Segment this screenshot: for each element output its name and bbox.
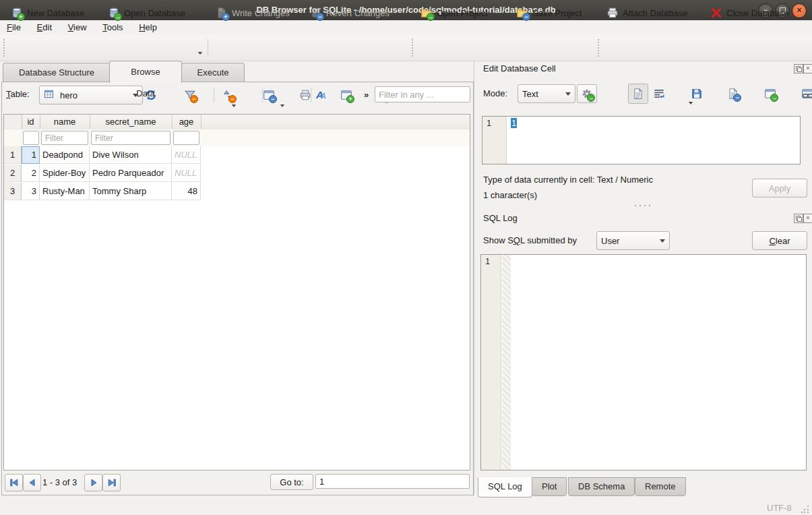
toolbar-handle[interactable] (597, 39, 600, 57)
font-settings-button[interactable]: AA (316, 89, 326, 100)
column-header-id[interactable]: id (22, 115, 40, 129)
cell-secret-name[interactable]: Dive Wilson (90, 146, 172, 164)
menu-tools[interactable]: Tools (96, 20, 129, 34)
column-header-secret-name[interactable]: secret_name (90, 115, 173, 129)
table-icon (44, 89, 56, 101)
insert-record-button[interactable]: + (340, 89, 352, 101)
fold-margin (502, 255, 511, 470)
goto-input[interactable] (315, 474, 470, 489)
row-number[interactable]: 1 (4, 146, 22, 164)
clear-filters-button[interactable]: − (184, 89, 196, 101)
sql-log-editor[interactable]: 1 (480, 254, 807, 471)
insert-record-dropdown-icon[interactable] (280, 104, 284, 109)
import-dropdown-icon[interactable] (689, 102, 693, 107)
word-wrap-button[interactable] (653, 88, 665, 100)
cell-secret-name[interactable]: Pedro Parqueador (90, 164, 172, 182)
last-page-button[interactable] (102, 474, 121, 491)
save-project-button[interactable]: − Save Project (513, 4, 585, 22)
cell-name[interactable]: Rusty-Man (40, 183, 90, 200)
import-data-button[interactable] (691, 88, 703, 100)
filter-any-column-input[interactable] (375, 86, 470, 102)
cell-editor-content[interactable]: 1 (511, 118, 517, 128)
close-panel-icon[interactable]: × (803, 64, 812, 73)
cell-id[interactable]: 1 (22, 146, 40, 164)
float-panel-icon[interactable] (794, 214, 803, 223)
save-project-icon: − (516, 7, 528, 19)
encoding-status[interactable]: UTF-8 (767, 503, 792, 513)
float-panel-icon[interactable] (794, 64, 803, 73)
copy-dropdown-icon[interactable] (232, 104, 236, 109)
new-database-button[interactable]: + New Database (8, 4, 87, 22)
table-selector[interactable]: hero (39, 86, 143, 104)
cell-secret-name[interactable]: Tommy Sharp (90, 183, 172, 200)
mode-label: Mode: (483, 88, 507, 98)
cell-id[interactable]: 3 (22, 183, 40, 200)
open-database-icon: → (108, 7, 120, 19)
menu-help[interactable]: Help (132, 20, 164, 34)
export-data-button[interactable]: − (727, 88, 739, 100)
toolbar-handle[interactable] (3, 39, 5, 57)
clear-sorting-button[interactable]: − (222, 89, 235, 101)
tab-browse-data[interactable]: Browse Data (109, 61, 182, 83)
tab-database-structure[interactable]: Database Structure (3, 63, 111, 82)
cell-age[interactable]: NULL (172, 146, 201, 164)
open-database-dropdown-icon[interactable] (198, 52, 202, 57)
tab-execute-sql[interactable]: Execute SQL (181, 63, 245, 82)
filter-secret-name-input[interactable] (91, 131, 170, 145)
tab-remote[interactable]: Remote (635, 477, 686, 496)
toolbar-overflow-icon[interactable]: » (364, 90, 369, 100)
pagination-bar: 1 - 3 of 3 Go to: (3, 472, 472, 492)
filter-id-input[interactable] (23, 131, 39, 145)
menu-file[interactable]: File (0, 20, 28, 34)
chevron-down-icon (565, 92, 571, 98)
previous-page-button[interactable] (23, 474, 41, 491)
table-label: Table: (6, 89, 30, 99)
editor-line-number: 1 (482, 117, 507, 164)
cell-name[interactable]: Deadpond (40, 146, 90, 164)
close-panel-icon[interactable]: × (803, 214, 812, 223)
open-database-button[interactable]: → Open Database (105, 4, 188, 22)
row-number[interactable]: 2 (4, 164, 22, 182)
filter-name-input[interactable] (41, 131, 88, 145)
vertical-splitter[interactable] (474, 61, 474, 495)
close-database-button[interactable]: Close Database (708, 4, 792, 22)
tab-plot[interactable]: Plot (532, 477, 567, 496)
copy-table-button[interactable]: − (263, 89, 275, 101)
tab-db-schema[interactable]: DB Schema (568, 477, 635, 496)
clear-log-button[interactable]: Clear (752, 231, 807, 250)
resize-grip-icon[interactable] (801, 505, 809, 513)
goto-button[interactable]: Go to: (270, 474, 313, 490)
auto-switch-mode-button[interactable]: → (577, 84, 597, 103)
next-page-button[interactable] (84, 474, 102, 491)
data-grid: id name secret_name age 1 1 Deadpond Div… (3, 114, 470, 471)
link-cell-button[interactable] (801, 88, 812, 100)
sql-log-title: SQL Log (483, 213, 518, 223)
mode-selector[interactable]: Text (518, 84, 575, 103)
filter-age-input[interactable] (173, 131, 199, 145)
cell-editor[interactable]: 1 1 (482, 116, 801, 164)
corner-header[interactable] (4, 115, 22, 129)
close-button[interactable]: × (792, 3, 807, 18)
db-browser-window: DB Browser for SQLite - /home/user/code/… (0, 0, 812, 515)
cell-name[interactable]: Spider-Boy (40, 164, 90, 182)
sql-log-filter-selector[interactable]: User (596, 231, 670, 250)
print-button[interactable] (299, 89, 311, 101)
open-project-button[interactable]: → Open Project (418, 4, 491, 22)
table-row: 2 2 Spider-Boy Pedro Parqueador NULL (4, 164, 470, 183)
column-header-name[interactable]: name (40, 115, 90, 129)
open-in-external-button[interactable]: → (764, 88, 776, 100)
column-header-age[interactable]: age (172, 115, 201, 129)
cell-age[interactable]: 48 (172, 183, 201, 200)
row-number[interactable]: 3 (4, 183, 22, 200)
cell-id[interactable]: 2 (22, 164, 40, 182)
first-page-button[interactable] (5, 474, 23, 491)
tab-sql-log[interactable]: SQL Log (478, 477, 532, 497)
text-mode-button[interactable] (628, 84, 648, 104)
menu-view[interactable]: View (61, 20, 94, 34)
horizontal-splitter[interactable] (633, 204, 654, 208)
toolbar-handle[interactable] (411, 39, 414, 57)
revert-changes-icon: − (310, 7, 322, 19)
cell-age[interactable]: NULL (172, 164, 201, 182)
attach-database-button[interactable]: Attach Database (604, 4, 690, 22)
menu-edit[interactable]: Edit (30, 20, 59, 34)
